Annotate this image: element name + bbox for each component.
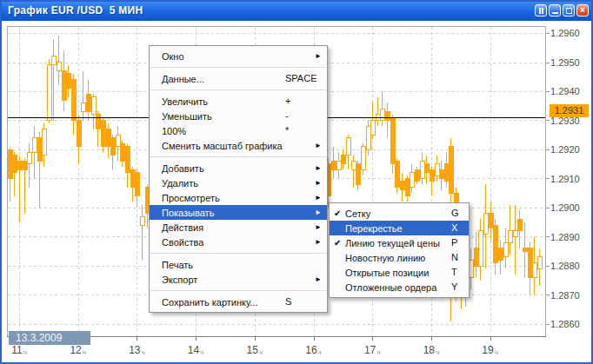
time-axis-tick — [314, 337, 315, 341]
price-axis-label: 1.2950 — [550, 57, 590, 68]
context-menu-item-label: Уменьшить — [162, 111, 322, 122]
maximize-button[interactable] — [563, 4, 575, 17]
submenu-arrow-icon: ► — [315, 220, 322, 235]
submenu-arrow-icon: ► — [315, 190, 322, 205]
context-menu-separator — [150, 156, 326, 157]
minimize-icon — [552, 12, 558, 14]
submenu-arrow-icon: ► — [315, 272, 322, 287]
window-controls: × — [535, 4, 589, 17]
context-menu-item[interactable]: Печать — [150, 257, 327, 272]
title-bar[interactable]: График EUR /USD 5 МИН × — [0, 0, 593, 21]
context-menu-separator — [150, 253, 326, 254]
submenu-item-label: Линию текущей цены — [345, 238, 460, 248]
submenu-arrow-icon: ► — [315, 175, 322, 190]
context-menu-item-label: Действия — [162, 222, 322, 233]
price-axis-tick — [546, 120, 550, 121]
time-axis-tick — [490, 337, 491, 341]
time-axis-label: 19ч — [473, 344, 508, 356]
price-axis-tick — [546, 91, 550, 92]
price-axis-tick — [546, 324, 550, 325]
shortcut-key: S — [285, 295, 291, 309]
context-menu-item[interactable]: Экспорт► — [150, 272, 327, 287]
submenu-item[interactable]: Открытые позицииT — [330, 265, 469, 280]
price-axis-label: 1.2890 — [550, 232, 590, 242]
context-menu-item-label: Добавить — [162, 163, 322, 174]
context-menu-item-label: Показывать — [162, 208, 322, 218]
context-menu-item[interactable]: Сменить масштаб графика► — [150, 138, 327, 153]
submenu-item-label: Перекрестье — [345, 223, 460, 234]
chart-window: График EUR /USD 5 МИН × 1.29601.29501.29… — [0, 0, 593, 364]
price-axis-label: 1.2910 — [550, 174, 590, 184]
minimize-button[interactable] — [549, 4, 561, 17]
shortcut-key: X — [451, 221, 457, 235]
close-icon: × — [580, 6, 585, 15]
price-axis-tick — [546, 178, 550, 179]
context-menu-separator — [150, 89, 326, 90]
context-menu-item-label: Экспорт — [162, 275, 322, 285]
shortcut-key: * — [285, 123, 289, 138]
context-menu-item-label: Сменить масштаб графика — [162, 141, 322, 151]
price-axis-label: 1.2880 — [550, 261, 590, 271]
submenu-item-label: Сетку — [345, 208, 460, 219]
price-axis-label: 1.2860 — [550, 319, 590, 329]
context-menu-item[interactable]: Добавить► — [150, 161, 327, 175]
context-menu-item[interactable]: Удалить► — [150, 175, 327, 190]
time-axis-tick — [372, 337, 373, 341]
price-axis-label: 1.2940 — [550, 86, 590, 96]
submenu-item[interactable]: Отложенные ордераY — [330, 280, 469, 295]
date-label: 13.3.2009 — [9, 331, 90, 345]
context-menu-item-label: Просмотреть — [162, 193, 322, 203]
context-menu-item[interactable]: Свойства► — [150, 235, 327, 249]
time-axis-label: 13ч — [119, 344, 154, 356]
shortcut-key: Y — [451, 280, 457, 295]
context-menu-item[interactable]: Действия► — [150, 220, 327, 235]
submenu-arrow-icon: ► — [315, 49, 322, 63]
context-menu-item[interactable]: 100%* — [150, 123, 327, 138]
submenu-item-label: Новостную линию — [345, 253, 460, 263]
context-menu-item-label: 100% — [162, 126, 322, 136]
time-axis-label: 17ч — [355, 344, 390, 356]
price-axis-label: 1.2920 — [550, 144, 590, 155]
pin-button[interactable] — [535, 4, 547, 17]
price-axis-tick — [546, 33, 550, 34]
submenu-arrow-icon: ► — [315, 161, 322, 175]
context-menu: Окно►Данные...SPACEУвеличить+Уменьшить-1… — [149, 45, 328, 313]
window-title: График EUR /USD 5 МИН — [8, 4, 143, 17]
price-axis-tick — [546, 149, 550, 150]
context-menu-item[interactable]: Показывать► — [150, 205, 327, 220]
context-menu-separator — [150, 290, 326, 291]
close-button[interactable]: × — [576, 4, 589, 17]
submenu-item[interactable]: Новостную линиюN — [330, 250, 469, 265]
submenu-arrow-icon: ► — [315, 235, 322, 249]
shortcut-key: N — [451, 250, 458, 265]
pause-icon — [539, 8, 543, 14]
context-menu-item[interactable]: Увеличить+ — [150, 94, 327, 109]
time-axis-label: 15ч — [237, 344, 272, 356]
shortcut-key: SPACE — [285, 71, 316, 86]
time-axis-label: 11ч — [2, 344, 37, 356]
current-price-label: 1.2931 — [550, 104, 589, 117]
submenu-item-label: Открытые позиции — [345, 268, 460, 278]
shortcut-key: + — [285, 94, 290, 109]
context-menu-separator — [150, 67, 326, 68]
context-menu-item[interactable]: Уменьшить- — [150, 109, 327, 123]
shortcut-key: P — [451, 235, 457, 250]
price-axis-label: 1.2870 — [550, 290, 590, 301]
submenu-item[interactable]: ✔СеткуG — [330, 206, 469, 221]
price-axis-tick — [546, 236, 550, 237]
time-axis-tick — [196, 337, 197, 341]
context-menu-item[interactable]: Сохранить картинку...S — [150, 295, 327, 309]
shortcut-key: - — [285, 109, 289, 123]
submenu-item[interactable]: ПерекрестьеX — [330, 221, 469, 235]
context-menu-item[interactable]: Окно► — [150, 49, 327, 63]
time-axis-label: 14ч — [178, 344, 213, 356]
show-submenu: ✔СеткуGПерекрестьеX✔Линию текущей ценыPН… — [329, 202, 470, 298]
context-menu-item-label: Сохранить картинку... — [162, 297, 322, 308]
shortcut-key: G — [451, 206, 459, 221]
checkmark-icon: ✔ — [334, 206, 345, 221]
price-axis-tick — [546, 208, 550, 208]
context-menu-item[interactable]: Данные...SPACE — [150, 71, 327, 86]
submenu-arrow-icon: ► — [315, 138, 322, 153]
submenu-item[interactable]: ✔Линию текущей ценыP — [330, 235, 469, 250]
context-menu-item[interactable]: Просмотреть► — [150, 190, 327, 205]
